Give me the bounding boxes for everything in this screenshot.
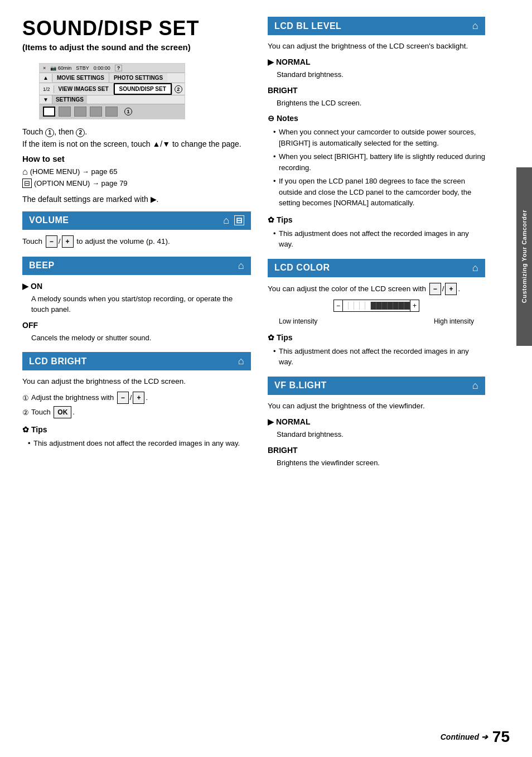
home-menu-item: ⌂ (HOME MENU) → page 65	[22, 167, 251, 177]
menu-row-1: ▲ MOVIE SETTINGS PHOTO SETTINGS	[40, 73, 185, 83]
menu-icon-5	[105, 107, 118, 117]
lcd-bl-level-header-icons: ⌂	[472, 20, 478, 32]
menu-icon-row: 1	[40, 104, 185, 119]
volume-option-icon: ⊟	[234, 215, 245, 225]
menu-battery: 📷 60min	[50, 65, 71, 71]
beep-on-label: ON	[22, 281, 251, 292]
menu-icon-3	[74, 107, 86, 117]
vf-normal-label: NORMAL	[268, 416, 485, 428]
step-1-num: ①	[22, 393, 29, 404]
lcd-bright-desc: You can adjust the brightness of the LCD…	[22, 376, 251, 387]
vf-bright-desc: Brightens the viewfinder screen.	[277, 457, 485, 469]
menu-settings-label: SETTINGS	[52, 95, 87, 104]
lcd-bright-step-2: ② Touch OK.	[22, 406, 251, 418]
color-bar-low-label: Low intensity	[279, 316, 317, 326]
lcd-color-tips-header: ✿ Tips	[268, 332, 485, 344]
menu-circled-2: 2	[172, 84, 185, 94]
lcd-color-tip-1: This adjustment does not affect the reco…	[273, 346, 485, 368]
step-1-text: Adjust the brightness with −/+.	[31, 392, 148, 404]
seg-11	[399, 302, 404, 310]
menu-sound-disp: SOUND/DISP SET	[114, 83, 172, 95]
menu-photo-settings: PHOTO SETTINGS	[109, 73, 167, 83]
lcd-color-body: You can adjust the color of the LCD scre…	[268, 283, 485, 368]
lcd-bl-note-2: When you select [BRIGHT], battery life i…	[273, 151, 485, 173]
menu-time: 0:00:00	[94, 65, 110, 71]
lcd-bright-header-icons: ⌂	[238, 355, 244, 367]
notes-icon: ⊖	[268, 113, 274, 124]
seg-6	[371, 302, 376, 310]
lcd-bl-normal-desc: Standard brightness.	[277, 69, 485, 80]
menu-row-3: ▼ SETTINGS	[40, 95, 185, 104]
lcd-minus-btn[interactable]: −	[117, 392, 129, 404]
menu-screenshot: × 📷 60min STBY 0:00:00 ? ▲ MOVIE SETTING…	[39, 63, 185, 119]
seg-10	[393, 302, 399, 310]
beep-off-label: OFF	[22, 320, 251, 331]
lcd-bl-level-desc: You can adjust the brightness of the LCD…	[268, 41, 485, 52]
footer-page: 75	[492, 728, 510, 746]
lcd-bl-tips-icon: ✿	[268, 214, 274, 226]
lcd-bl-level-body: You can adjust the brightness of the LCD…	[268, 41, 485, 250]
lcd-color-header-icons: ⌂	[472, 262, 478, 274]
lcd-color-header: LCD COLOR ⌂	[268, 259, 485, 277]
volume-minus-btn[interactable]: −	[46, 235, 57, 248]
lcd-color-tips-label: Tips	[277, 332, 293, 344]
lcd-color-minus-btn[interactable]: −	[429, 283, 441, 295]
beep-title: BEEP	[29, 261, 55, 271]
beep-off-desc: Cancels the melody or shutter sound.	[31, 332, 251, 344]
menu-icon-1	[43, 107, 55, 117]
lcd-bl-level-title: LCD BL LEVEL	[274, 21, 341, 31]
seg-5	[365, 302, 371, 310]
lcd-color-desc: You can adjust the color of the LCD scre…	[268, 283, 485, 295]
lcd-bright-tips-label: Tips	[31, 424, 47, 436]
step-2-text: Touch OK.	[31, 406, 75, 418]
menu-movie-settings: MOVIE SETTINGS	[52, 73, 109, 83]
lcd-bl-bright-label: BRIGHT	[268, 85, 485, 97]
default-settings-text: The default settings are marked with ▶.	[22, 195, 251, 204]
color-bar-container: −	[268, 300, 485, 312]
vf-blight-title: VF B.LIGHT	[274, 380, 327, 390]
lcd-bright-step-1: ① Adjust the brightness with −/+.	[22, 392, 251, 404]
how-to-set-label: How to set	[22, 154, 251, 163]
footer-continued: Continued ➔	[441, 732, 488, 741]
option-menu-text: (OPTION MENU) → page 79	[34, 179, 128, 187]
color-bar-minus: −	[334, 300, 343, 311]
volume-header-icons: ⌂ ⊟	[223, 215, 244, 226]
lcd-bright-tips-icon: ✿	[22, 424, 29, 436]
lcd-color-plus-btn[interactable]: +	[445, 283, 457, 295]
lcd-bl-notes-header: ⊖ Notes	[268, 113, 485, 124]
notes-label: Notes	[277, 113, 298, 124]
option-icon: ⊟	[22, 179, 32, 188]
seg-3	[354, 302, 360, 310]
color-bar-plus: +	[410, 300, 419, 311]
lcd-bl-bright-desc: Brightens the LCD screen.	[277, 98, 485, 109]
seg-1	[343, 302, 349, 310]
vf-blight-header-icons: ⌂	[472, 380, 478, 392]
option-menu-item: ⊟ (OPTION MENU) → page 79	[22, 179, 251, 188]
lcd-plus-btn[interactable]: +	[133, 392, 144, 404]
lcd-bl-tips-label: Tips	[277, 214, 293, 226]
step-2-num: ②	[22, 407, 29, 418]
menu-icon-2	[59, 107, 71, 117]
lcd-bl-level-header: LCD BL LEVEL ⌂	[268, 17, 485, 35]
volume-plus-btn[interactable]: +	[62, 235, 74, 248]
menu-up-arrow: ▲	[40, 74, 52, 82]
lcd-bl-normal-label: NORMAL	[268, 56, 485, 68]
lcd-bright-body: You can adjust the brightness of the LCD…	[22, 376, 251, 449]
lcd-color-title: LCD COLOR	[274, 263, 330, 273]
beep-home-icon: ⌂	[238, 260, 244, 272]
beep-header: BEEP ⌂	[22, 257, 251, 275]
seg-2	[349, 302, 354, 310]
volume-title: VOLUME	[29, 215, 69, 225]
lcd-bright-header: LCD BRIGHT ⌂	[22, 352, 251, 370]
vf-blight-body: You can adjust the brightness of the vie…	[268, 401, 485, 468]
lcd-bl-note-3: If you open the LCD panel 180 degrees to…	[273, 176, 485, 209]
lcd-bl-level-home-icon: ⌂	[472, 20, 478, 32]
page-subtitle: (Items to adjust the sound and the scree…	[22, 42, 251, 52]
vf-blight-header: VF B.LIGHT ⌂	[268, 377, 485, 395]
lcd-bl-tip-1: This adjustment does not affect the reco…	[273, 228, 485, 250]
lcd-ok-btn[interactable]: OK	[54, 406, 71, 418]
seg-12	[404, 302, 410, 310]
lcd-bright-home-icon: ⌂	[238, 355, 244, 367]
home-icon: ⌂	[22, 167, 28, 177]
page-container: Customizing Your Camcorder SOUND/DISP SE…	[0, 0, 532, 757]
